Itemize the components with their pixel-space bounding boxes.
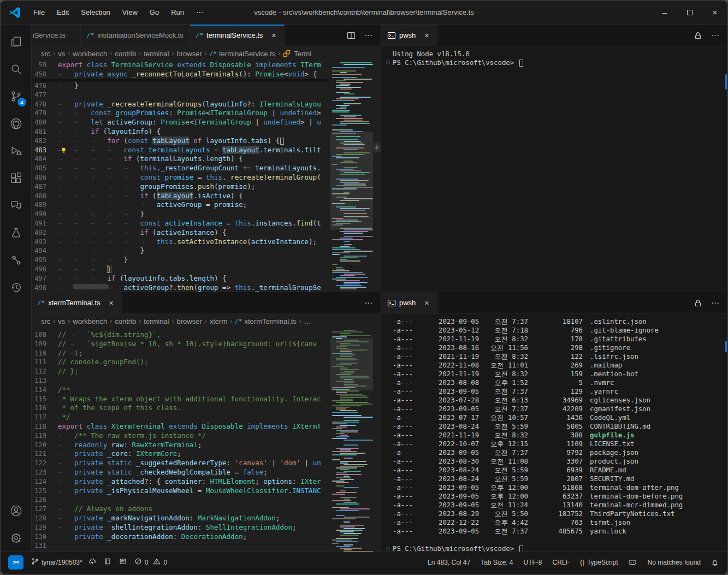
more-actions-icon[interactable]: ⋯ xyxy=(711,298,720,308)
terminal-output[interactable]: Using Node v18.15.0 PS C:\Github\microso… xyxy=(381,46,727,292)
breadcrumb[interactable]: src›vs›workbench›contrib›terminal›browse… xyxy=(32,314,381,328)
code-line[interactable]: 117 */ xyxy=(32,413,330,422)
code-line[interactable]: 497→ → → if (layoutInfo.tabs.length) { xyxy=(32,274,330,283)
status-language-mode[interactable]: {}TypeScript xyxy=(580,559,618,566)
breadcrumb-item-workbench[interactable]: workbench xyxy=(73,50,107,58)
status-notifications[interactable] xyxy=(711,558,720,567)
status-encoding[interactable]: UTF-8 xyxy=(524,559,542,566)
close-icon[interactable]: × xyxy=(422,31,431,40)
code-line[interactable]: 119→ /** The raw xterm.js instance */ xyxy=(32,431,330,441)
code-line[interactable]: 476→ } xyxy=(32,81,330,91)
code-line[interactable]: 112// }; xyxy=(32,367,330,376)
breadcrumb-item-[interactable]: … xyxy=(304,317,311,325)
code-line[interactable]: 109// → `${getBox(sw * 10, sh * 10).styl… xyxy=(32,340,330,349)
code-line[interactable]: 491→ → → → → const activeInstance = this… xyxy=(32,219,330,228)
code-line[interactable]: 482→ → → for (const tabLayout of layoutI… xyxy=(32,137,330,146)
code-line[interactable]: 121→ private _core: IXtermCore; xyxy=(32,449,330,459)
breadcrumb-item-contrib[interactable]: contrib xyxy=(115,50,136,58)
plus-icon[interactable]: + xyxy=(373,143,381,152)
command-decoration-icon[interactable] xyxy=(386,547,390,550)
menu-go[interactable]: Go xyxy=(144,6,164,19)
code-line[interactable]: 483→ → → → const terminalLayouts = tabLa… xyxy=(32,146,330,155)
code-line[interactable]: 59export class TerminalService extends D… xyxy=(32,61,330,70)
tab-instantiationServiceMock.ts[interactable]: /*instantiationServiceMock.ts xyxy=(81,25,190,46)
code-line[interactable]: 479→ → const groupPromises: Promise<ITer… xyxy=(32,109,330,118)
code-line[interactable]: 110// →); xyxy=(32,349,330,358)
breadcrumb-item-src[interactable]: src xyxy=(41,317,50,325)
terminal-output[interactable]: -a---2023-09-05오전 7:3718107.eslintrc.jso… xyxy=(381,314,727,552)
code-line[interactable]: 481→ → if (layoutInfo) { xyxy=(32,127,330,137)
status-indentation[interactable]: Tab Size: 4 xyxy=(481,559,513,566)
code-line[interactable]: 495→ → → → } xyxy=(32,256,330,265)
breadcrumb-item-workbench[interactable]: workbench xyxy=(73,317,107,325)
breadcrumb-item-xtermTerminalts[interactable]: /*xtermTerminal.ts xyxy=(235,317,297,325)
tab-terminalService.ts[interactable]: /*terminalService.ts× xyxy=(190,25,285,46)
minimap-slider[interactable] xyxy=(330,338,373,390)
split-editor-icon[interactable] xyxy=(347,31,356,40)
lock-icon[interactable] xyxy=(694,299,702,307)
source-control-status[interactable]: tyriar/190503* xyxy=(31,558,96,567)
status-cursor-position[interactable]: Ln 483, Col 47 xyxy=(428,559,470,566)
code-line[interactable]: 488→ → → → → if (tabLayout.isActive) { xyxy=(32,192,330,201)
terminal-prompt[interactable]: PS C:\Github\microsoft\vscode> xyxy=(386,58,727,67)
activity-extensions-icon[interactable] xyxy=(3,164,29,192)
minimap-slider[interactable] xyxy=(330,132,373,230)
breadcrumb-item-contrib[interactable]: contrib xyxy=(115,317,136,325)
activity-references-icon[interactable] xyxy=(3,246,29,274)
code-line[interactable]: 124→ private _attached?: { container: HT… xyxy=(32,477,330,487)
code-line[interactable]: 486→ → → → → const promise = this._recre… xyxy=(32,173,330,182)
code-line[interactable]: 115 * Wraps the xterm object with additi… xyxy=(32,395,330,404)
code-line[interactable]: 120→ readonly raw: RawXtermTerminal; xyxy=(32,441,330,450)
code-line[interactable]: 487→ → → → → groupPromises.push(promise)… xyxy=(32,182,330,192)
code-line[interactable]: 480→ → let activeGroup: Promise<ITermina… xyxy=(32,118,330,127)
lock-icon[interactable] xyxy=(694,31,702,40)
breadcrumb[interactable]: src›vs›workbench›contrib›terminal›browse… xyxy=(32,46,381,61)
breadcrumb-item-browser[interactable]: browser xyxy=(177,50,202,58)
minimap[interactable] xyxy=(330,61,373,292)
breadcrumb-item-terminalServicets[interactable]: /*terminalService.ts xyxy=(210,50,276,58)
feedback-status[interactable] xyxy=(119,558,127,567)
code-line[interactable]: 114/** xyxy=(32,386,330,395)
close-button[interactable]: × xyxy=(702,1,727,24)
menu-[interactable]: ⋯ xyxy=(191,6,209,19)
code-line[interactable]: 116 * of the scope of this class. xyxy=(32,404,330,413)
code-line[interactable]: 492→ → → → → if (activeInstance) { xyxy=(32,228,330,238)
tab-iService.ts[interactable]: iService.ts xyxy=(32,25,81,46)
cloud-upload-icon[interactable] xyxy=(88,558,96,567)
menu-view[interactable]: View xyxy=(117,6,143,19)
code-line[interactable]: 118export class XtermTerminal extends Di… xyxy=(32,422,330,431)
activity-search-icon[interactable] xyxy=(3,55,29,82)
terminal-prompt[interactable]: PS C:\Github\microsoft\vscode> xyxy=(386,544,727,552)
horizontal-scrollbar[interactable] xyxy=(73,284,109,289)
problems-status[interactable]: 0 0 xyxy=(134,558,167,567)
breadcrumb-item-vs[interactable]: vs xyxy=(58,317,65,325)
vertical-scrollbar[interactable]: + xyxy=(373,61,381,292)
minimize-button[interactable]: – xyxy=(652,1,677,24)
breadcrumb-item-terminal[interactable]: terminal xyxy=(144,50,169,58)
code-line[interactable]: 126 xyxy=(32,495,330,505)
code-line[interactable]: 490→ → → → → } xyxy=(32,210,330,219)
close-icon[interactable]: × xyxy=(269,31,278,40)
activity-settings-gear-icon[interactable] xyxy=(3,524,29,552)
code-line[interactable]: 111// console.groupEnd(); xyxy=(32,358,330,367)
activity-comments-icon[interactable] xyxy=(3,192,29,219)
code-line[interactable]: 125→ private _isPhysicalMouseWheel = Mou… xyxy=(32,487,330,496)
code-line[interactable]: 489→ → → → → → activeGroup = promise; xyxy=(32,200,330,210)
remote-indicator[interactable]: >< xyxy=(8,555,23,570)
breadcrumb-item-vs[interactable]: vs xyxy=(58,50,65,58)
code-line[interactable]: 129→ private _shellIntegrationAddon: She… xyxy=(32,523,330,532)
notebook-status[interactable] xyxy=(104,558,111,567)
menu-edit[interactable]: Edit xyxy=(51,6,74,19)
status-copilot[interactable] xyxy=(629,558,637,567)
lightbulb-icon[interactable] xyxy=(60,147,68,155)
minimap[interactable] xyxy=(330,328,373,552)
code-line[interactable]: 128→ private _markNavigationAddon: MarkN… xyxy=(32,514,330,523)
more-actions-icon[interactable]: ⋯ xyxy=(364,298,373,308)
code-line[interactable]: 496→ → → } xyxy=(32,265,330,274)
code-line[interactable]: 477 xyxy=(32,91,330,100)
tab-pwsh[interactable]: pwsh× xyxy=(381,25,437,46)
vertical-scrollbar[interactable] xyxy=(373,328,381,552)
code-line[interactable]: 458→ private async _reconnectToLocalTerm… xyxy=(32,70,330,79)
code-line[interactable]: 494→ → → → → } xyxy=(32,246,330,256)
activity-source-control-icon[interactable]: 4 xyxy=(3,82,29,110)
